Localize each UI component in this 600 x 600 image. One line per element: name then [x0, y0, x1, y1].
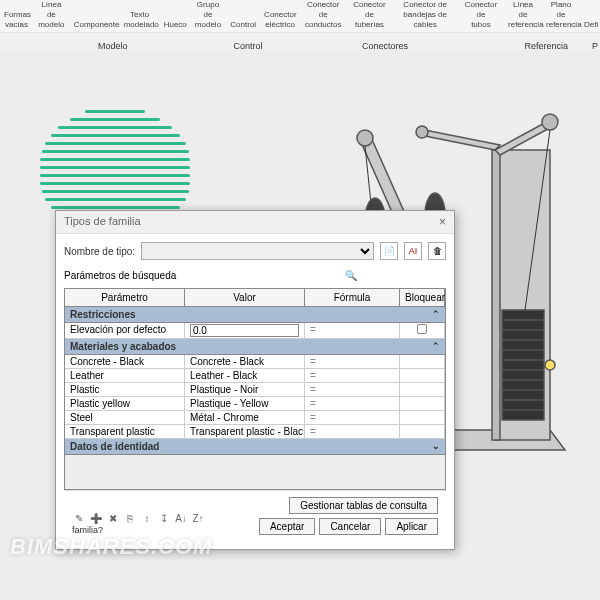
- param-value-input[interactable]: [190, 324, 299, 337]
- header-formula[interactable]: Fórmula: [305, 289, 400, 306]
- table-row[interactable]: Plastic Plastique - Noir =: [65, 383, 445, 397]
- group-restricciones[interactable]: Restricciones ⌃: [65, 307, 445, 323]
- ribbon-item[interactable]: Línea dereferencia: [504, 0, 542, 32]
- copy-icon[interactable]: ⎘: [123, 511, 137, 525]
- param-formula[interactable]: =: [305, 411, 400, 424]
- lock-checkbox[interactable]: [417, 324, 427, 334]
- param-formula[interactable]: =: [305, 397, 400, 410]
- param-formula[interactable]: =: [305, 369, 400, 382]
- ribbon-item[interactable]: Plano dereferencia: [542, 0, 580, 32]
- ribbon-item[interactable]: Grupo demodelo: [190, 0, 227, 32]
- sort-desc-icon[interactable]: Z↑: [191, 511, 205, 525]
- table-row[interactable]: Plastic yellow Plastique - Yellow =: [65, 397, 445, 411]
- header-parameter[interactable]: Parámetro: [65, 289, 185, 306]
- param-value[interactable]: Leather - Black: [185, 369, 305, 382]
- ribbon-item[interactable]: Conector debandejas de cables: [393, 0, 458, 32]
- param-value[interactable]: Plastique - Yellow: [185, 397, 305, 410]
- dialog-title-text: Tipos de familia: [64, 215, 141, 229]
- type-name-select[interactable]: [141, 242, 374, 260]
- ribbon-item[interactable]: Conector detubos: [458, 0, 504, 32]
- manage-lookup-tables-button[interactable]: Gestionar tablas de consulta: [289, 497, 438, 514]
- param-name: Leather: [65, 369, 185, 382]
- svg-rect-2: [502, 310, 544, 420]
- param-formula[interactable]: =: [305, 425, 400, 438]
- param-name: Concrete - Black: [65, 355, 185, 368]
- table-header: Parámetro Valor Fórmula Bloquear: [65, 289, 445, 307]
- family-types-dialog: Tipos de familia × Nombre de tipo: 📄 AI …: [55, 210, 455, 550]
- ribbon-item[interactable]: Formasvacías: [0, 0, 33, 32]
- param-value[interactable]: Transparent plastic - Blac: [185, 425, 305, 438]
- ribbon-item[interactable]: Control: [226, 0, 260, 32]
- accept-button[interactable]: Aceptar: [259, 518, 315, 535]
- move-down-icon[interactable]: ↧: [157, 511, 171, 525]
- ribbon-group-label: Control: [225, 39, 261, 50]
- param-name: Transparent plastic: [65, 425, 185, 438]
- rename-type-icon[interactable]: AI: [404, 242, 422, 260]
- apply-button[interactable]: Aplicar: [385, 518, 438, 535]
- svg-point-17: [357, 130, 373, 146]
- param-name: Plastic yellow: [65, 397, 185, 410]
- delete-type-icon[interactable]: 🗑: [428, 242, 446, 260]
- sort-asc-icon[interactable]: A↓: [174, 511, 188, 525]
- table-empty-area: [65, 455, 445, 489]
- ribbon-item[interactable]: Conector detuberías: [346, 0, 392, 32]
- ribbon-item[interactable]: Línea demodelo: [33, 0, 70, 32]
- table-row[interactable]: Leather Leather - Black =: [65, 369, 445, 383]
- new-param-icon[interactable]: ➕: [89, 511, 103, 525]
- delete-param-icon[interactable]: ✖: [106, 511, 120, 525]
- collapse-icon[interactable]: ⌃: [432, 341, 440, 352]
- ribbon-group-label: Conectores: [261, 39, 508, 50]
- param-name: Steel: [65, 411, 185, 424]
- ribbon-groups: Modelo Control Conectores Referencia P: [0, 32, 600, 50]
- type-name-label: Nombre de tipo:: [64, 246, 135, 257]
- ribbon-item[interactable]: Textomodelado: [120, 0, 160, 32]
- search-icon[interactable]: 🔍: [255, 266, 446, 284]
- param-name: Elevación por defecto: [65, 323, 185, 338]
- param-name: Plastic: [65, 383, 185, 396]
- ribbon-group-label: P: [584, 39, 600, 50]
- close-icon[interactable]: ×: [439, 215, 446, 229]
- move-up-icon[interactable]: ↕: [140, 511, 154, 525]
- table-row[interactable]: Transparent plastic Transparent plastic …: [65, 425, 445, 439]
- group-label: Materiales y acabados: [70, 341, 176, 352]
- table-row[interactable]: Elevación por defecto =: [65, 323, 445, 339]
- group-datos-identidad[interactable]: Datos de identidad ⌄: [65, 439, 445, 455]
- ribbon-item[interactable]: Conectoreléctrico: [260, 0, 300, 32]
- param-value[interactable]: Plastique - Noir: [185, 383, 305, 396]
- cancel-button[interactable]: Cancelar: [319, 518, 381, 535]
- group-materiales[interactable]: Materiales y acabados ⌃: [65, 339, 445, 355]
- edit-icon[interactable]: ✎: [72, 511, 86, 525]
- footer-toolbar: ✎ ➕ ✖ ⎘ ↕ ↧ A↓ Z↑: [72, 511, 205, 525]
- svg-rect-1: [492, 150, 500, 440]
- new-type-icon[interactable]: 📄: [380, 242, 398, 260]
- ribbon-group-label: Modelo: [0, 39, 225, 50]
- param-formula[interactable]: =: [305, 383, 400, 396]
- svg-point-18: [542, 114, 558, 130]
- collapse-icon[interactable]: ⌃: [432, 309, 440, 320]
- header-value[interactable]: Valor: [185, 289, 305, 306]
- expand-icon[interactable]: ⌄: [432, 441, 440, 452]
- param-formula[interactable]: =: [305, 323, 400, 338]
- ribbon-item[interactable]: Conector deconductos: [300, 0, 346, 32]
- ribbon-item[interactable]: Hueco: [160, 0, 190, 32]
- header-lock[interactable]: Bloquear: [400, 289, 445, 306]
- search-parameters-label: Parámetros de búsqueda: [64, 270, 255, 281]
- ribbon-items: Formasvacías Línea demodelo Componente T…: [0, 0, 600, 32]
- parameters-table: Parámetro Valor Fórmula Bloquear Restric…: [64, 288, 446, 490]
- param-value[interactable]: Concrete - Black: [185, 355, 305, 368]
- watermark: BIMSHARES.COM: [10, 534, 212, 560]
- param-value[interactable]: Métal - Chrome: [185, 411, 305, 424]
- ribbon-item[interactable]: Componente: [70, 0, 120, 32]
- ribbon-group-label: Referencia: [509, 39, 584, 50]
- table-row[interactable]: Concrete - Black Concrete - Black =: [65, 355, 445, 369]
- group-label: Datos de identidad: [70, 441, 159, 452]
- param-formula[interactable]: =: [305, 355, 400, 368]
- ribbon-item[interactable]: Defi: [580, 0, 600, 32]
- table-row[interactable]: Steel Métal - Chrome =: [65, 411, 445, 425]
- svg-point-19: [416, 126, 428, 138]
- svg-point-13: [545, 360, 555, 370]
- ribbon: Formasvacías Línea demodelo Componente T…: [0, 0, 600, 50]
- dialog-titlebar[interactable]: Tipos de familia ×: [56, 211, 454, 234]
- group-label: Restricciones: [70, 309, 136, 320]
